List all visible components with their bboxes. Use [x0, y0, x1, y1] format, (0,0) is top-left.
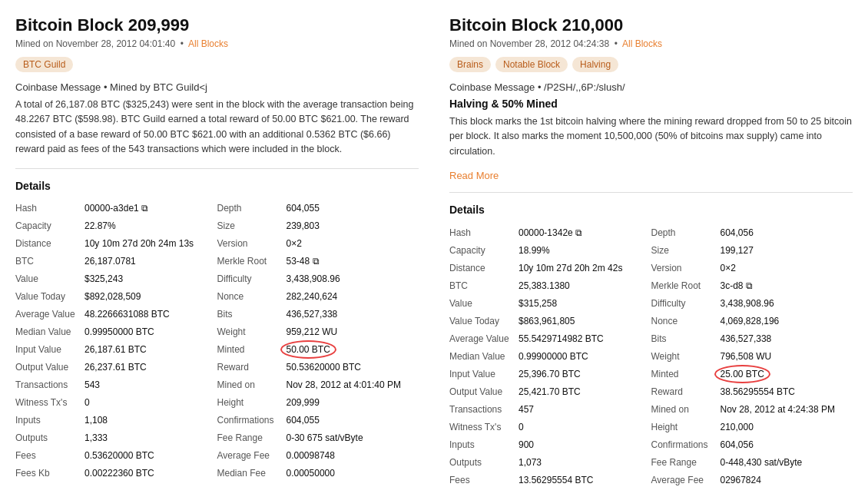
detail-value: 436,527,338	[721, 332, 772, 346]
detail-key: Confirmations	[651, 438, 721, 452]
detail-row: Height209,999	[217, 394, 419, 412]
detail-value: $315,258	[518, 297, 557, 310]
detail-value: 3,438,908.96	[287, 272, 340, 286]
detail-row: Merkle Root53-48 ⧉	[217, 253, 419, 270]
detail-row: Minted50.00 BTC	[217, 341, 419, 359]
detail-key: Median Value	[15, 325, 84, 339]
detail-key: Witness Tx's	[449, 420, 518, 434]
detail-key: BTC	[15, 254, 84, 268]
detail-row: Median Fee0.00050000	[217, 465, 419, 482]
minted-highlight: 25.00 BTC	[721, 367, 764, 381]
left-tags: BTC Guild	[15, 57, 419, 72]
detail-row: Version0×2	[217, 235, 419, 253]
detail-key: Hash	[449, 226, 518, 240]
detail-key: Average Value	[449, 332, 518, 346]
right-halving-title: Halving & 50% Mined	[449, 98, 853, 110]
detail-key: Size	[217, 219, 287, 233]
left-all-blocks-link[interactable]: All Blocks	[188, 38, 228, 49]
right-tag[interactable]: Notable Block	[495, 57, 568, 72]
detail-key: Bits	[651, 332, 721, 346]
detail-value: 0.53620000 BTC	[84, 449, 154, 462]
right-block-panel: Bitcoin Block 210,000 Mined on November …	[449, 15, 853, 487]
left-details-col-right: Depth604,055Size239,803Version0×2Merkle …	[217, 200, 419, 488]
detail-key: Difficulty	[651, 297, 721, 310]
detail-value: 02967824	[721, 473, 761, 487]
right-divider	[449, 192, 853, 193]
right-tag[interactable]: Halving	[572, 57, 618, 72]
detail-key: Average Fee	[651, 473, 721, 487]
detail-key: Fees kWU	[15, 484, 84, 487]
detail-row: Reward38.56295554 BTC	[651, 383, 853, 400]
right-mined-text: Mined on November 28, 2012 04:24:38	[449, 38, 609, 49]
detail-row: Average Fee02967824	[651, 471, 853, 487]
detail-value: 209,999	[287, 396, 320, 409]
detail-row: Nonce4,069,828,196	[651, 312, 853, 330]
detail-value: 55.5429714982 BTC	[518, 332, 604, 346]
detail-value: BTC Guild	[287, 484, 329, 487]
detail-value: 18.99%	[518, 244, 550, 257]
detail-value: 48.2266631088 BTC	[84, 307, 170, 321]
detail-key: Median Value	[449, 350, 518, 363]
detail-key: Mined on	[217, 378, 287, 392]
detail-row: Fees13.56295554 BTC	[449, 471, 651, 487]
detail-row: Outputs1,333	[15, 429, 217, 447]
detail-key: Fees Kb	[15, 466, 84, 480]
detail-key: Depth	[217, 201, 287, 215]
right-tag[interactable]: Brains	[449, 57, 491, 72]
detail-key: Nonce	[651, 314, 721, 328]
detail-key: Weight	[217, 325, 287, 339]
detail-value: 38.56295554 BTC	[721, 385, 795, 399]
detail-row: Hash00000-1342e ⧉	[449, 224, 651, 241]
detail-value: 50.00 BTC	[287, 343, 330, 356]
left-mined-text: Mined on November 28, 2012 04:01:40	[15, 38, 175, 49]
detail-key: Output Value	[449, 385, 518, 399]
detail-key: Inputs	[449, 438, 518, 452]
detail-value: 0	[84, 396, 90, 409]
detail-row: Confirmations604,056	[651, 436, 853, 453]
main-container: Bitcoin Block 209,999 Mined on November …	[15, 15, 853, 487]
left-coinbase-label: Coinbase Message • Mined by BTC Guild<j	[15, 81, 419, 93]
detail-key: Nonce	[217, 290, 287, 303]
detail-row: BTC26,187.0781	[15, 253, 217, 270]
left-mined-line: Mined on November 28, 2012 04:01:40 • Al…	[15, 38, 419, 49]
detail-key: Mined on	[651, 403, 721, 416]
detail-value: 0×2	[287, 237, 302, 250]
detail-row: Distance10y 10m 27d 20h 2m 42s	[449, 259, 651, 277]
detail-value: 900	[518, 438, 534, 452]
detail-key: Value	[15, 272, 84, 286]
left-details-title: Details	[15, 180, 419, 192]
detail-row: Difficulty3,438,908.96	[651, 294, 853, 312]
right-all-blocks-link[interactable]: All Blocks	[622, 38, 662, 49]
left-details-col-left: Hash00000-a3de1 ⧉Capacity22.87%Distance1…	[15, 200, 217, 488]
detail-value: 0	[518, 420, 524, 434]
detail-value: 604,055	[287, 413, 320, 427]
detail-key: Witness Tx's	[15, 396, 84, 409]
detail-key: Output Value	[15, 360, 84, 374]
detail-value: 10y 10m 27d 20h 24m 13s	[84, 237, 194, 250]
detail-value: 26,187.0781	[84, 254, 136, 268]
detail-key: Size	[651, 244, 721, 257]
read-more-link[interactable]: Read More	[449, 170, 499, 181]
detail-value: 0-30 675 sat/vByte	[287, 431, 363, 445]
detail-value: 25,421.70 BTC	[518, 385, 581, 399]
detail-value: 604,056	[721, 438, 754, 452]
left-tag-0[interactable]: BTC Guild	[15, 57, 73, 72]
detail-value: 796,508 WU	[721, 350, 772, 363]
detail-row: Mined onNov 28, 2012 at 4:01:40 PM	[217, 376, 419, 394]
detail-row: Version0×2	[651, 259, 853, 277]
detail-row: Difficulty3,438,908.96	[217, 270, 419, 288]
detail-key: Height	[651, 420, 721, 434]
detail-value: 543	[84, 378, 100, 392]
detail-row: Size239,803	[217, 217, 419, 235]
detail-row: BTC25,383.1380	[449, 277, 651, 294]
detail-value: 457	[518, 403, 534, 416]
detail-value: Nov 28, 2012 at 4:01:40 PM	[287, 378, 401, 392]
detail-key: Fees	[15, 449, 84, 462]
detail-row: MinerBTC Guild	[217, 482, 419, 488]
detail-value: $892,028,509	[84, 290, 141, 303]
detail-value: 00000-1342e ⧉	[518, 226, 582, 240]
detail-key: BTC	[449, 279, 518, 293]
detail-row: Hash00000-a3de1 ⧉	[15, 200, 217, 217]
detail-key: Outputs	[449, 456, 518, 469]
detail-row: Confirmations604,055	[217, 412, 419, 429]
